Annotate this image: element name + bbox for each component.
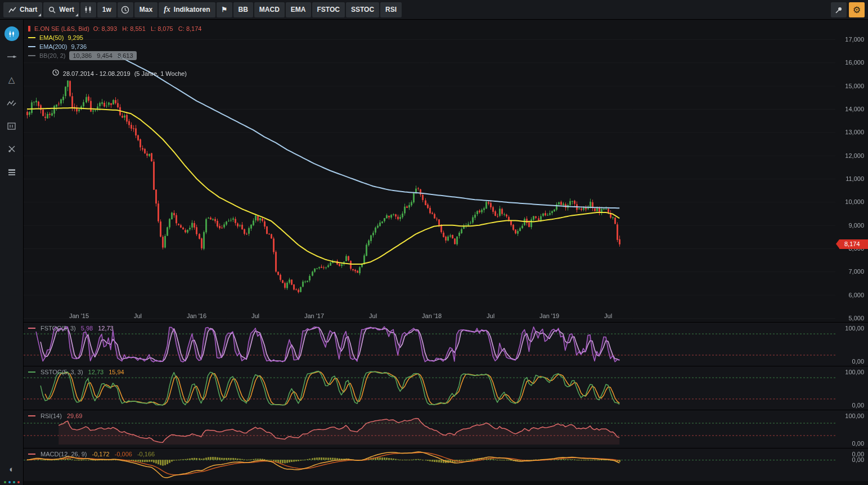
fstoc-legend[interactable]: FSTOC(5, 3)5,9812,73 [28, 325, 114, 332]
bollinger-label: BB(20, 2) [39, 51, 65, 60]
chart-area: E.ON SE (L&S, Bid) O: 8,393 H: 8,551 L: … [24, 20, 868, 485]
indicators-label: Indikatoren [174, 6, 210, 13]
main-area: △ ◐ [0, 20, 868, 485]
status-dot [13, 481, 15, 483]
instrument-search-label: Wert [59, 6, 74, 13]
theme-contrast-button[interactable]: ◐ [5, 461, 19, 476]
trendline-tool-button[interactable] [5, 49, 19, 64]
candlestick-type-icon [84, 6, 92, 13]
clock-icon [121, 6, 129, 14]
chart-menu-button[interactable]: Chart [3, 2, 42, 17]
quick-indicator-rsi-button[interactable]: RSI [380, 2, 402, 17]
pin-window-button[interactable] [831, 2, 847, 17]
ema200-legend-row[interactable]: EMA(200) 9,736 [28, 42, 201, 51]
shapes-tool-button[interactable]: △ [5, 72, 19, 87]
flag-icon: ⚑ [221, 6, 227, 13]
rsi-legend[interactable]: RSI(14)29,69 [28, 413, 82, 419]
fstoc-swatch-icon [28, 328, 35, 329]
macd-legend[interactable]: MACD(12, 26, 9)-0,172-0,006-0,166 [28, 451, 155, 457]
quick-indicator-fstoc-button[interactable]: FSTOC [312, 2, 345, 17]
date-range-text: 28.07.2014 - 12.08.2019 [63, 69, 131, 78]
macd-value: -0,166 [137, 451, 155, 457]
interval-label: 1w [102, 6, 111, 13]
quick-fstoc-label: FSTOC [317, 6, 340, 13]
clock-icon [28, 60, 59, 87]
last-price-value: 8,174 [844, 241, 860, 247]
quick-sstoc-label: SSTOC [351, 6, 374, 13]
fstoc-label: FSTOC(5, 3) [41, 325, 76, 332]
last-price-tag: 8,174 [839, 239, 868, 249]
date-range-note: (5 Jahre, 1 Woche) [134, 69, 187, 78]
rsi-panel-canvas[interactable] [24, 410, 868, 448]
fstoc-value: 5,98 [81, 325, 93, 332]
bollinger-values: 10,386 9,454 8,613 [69, 51, 136, 60]
chart-menu-label: Chart [20, 6, 37, 13]
fx-icon: fx [164, 5, 170, 14]
sstoc-panel-canvas[interactable] [24, 366, 868, 410]
range-max-label: Max [140, 6, 152, 13]
ema200-label: EMA(200) [39, 42, 68, 51]
search-icon [48, 6, 56, 13]
ema200-swatch-icon [28, 46, 35, 47]
watchlist-button[interactable] [5, 165, 19, 179]
drawing-sidebar: △ ◐ [0, 20, 24, 485]
fstoc-panel-canvas[interactable] [24, 323, 868, 366]
time-range-clock-button[interactable] [118, 2, 133, 17]
fstoc-panel: FSTOC(5, 3)5,9812,73 [24, 322, 868, 366]
main-chart-panel: E.ON SE (L&S, Bid) O: 8,393 H: 8,551 L: … [24, 20, 868, 322]
candlestick-swatch-icon [28, 26, 30, 31]
macd-value: -0,006 [115, 451, 132, 457]
rsi-swatch-icon [28, 415, 35, 416]
indicators-button[interactable]: fx Indikatoren [159, 2, 215, 17]
toolbar-right-group: ⚙ [831, 2, 865, 17]
ema50-label: EMA(50) [39, 33, 64, 42]
quick-indicator-ema-button[interactable]: EMA [286, 2, 311, 17]
quick-indicator-macd-button[interactable]: MACD [254, 2, 285, 17]
rsi-value: 29,69 [67, 413, 83, 419]
macd-value: -0,172 [92, 451, 110, 457]
quick-bb-label: BB [239, 6, 248, 13]
triangle-icon: △ [8, 75, 15, 85]
rsi-label: RSI(14) [41, 413, 62, 419]
chart-type-button[interactable] [80, 2, 96, 17]
pin-icon [835, 6, 843, 14]
ohlc-values: O: 8,393 H: 8,551 L: 8,075 C: 8,174 [93, 24, 202, 33]
quick-macd-label: MACD [259, 6, 280, 13]
sstoc-value: 12,73 [88, 369, 104, 375]
top-toolbar: Chart Wert 1w Max fx Indikatoren [0, 0, 868, 20]
chart-mode-button[interactable] [5, 26, 19, 41]
macd-panel: MACD(12, 26, 9)-0,172-0,006-0,166 [24, 448, 868, 481]
chart-legend: E.ON SE (L&S, Bid) O: 8,393 H: 8,551 L: … [28, 24, 201, 87]
status-dot [8, 481, 11, 483]
macd-swatch-icon [28, 454, 35, 455]
line-chart-icon [8, 6, 16, 13]
sstoc-label: SSTOC(5, 3, 3) [41, 369, 83, 375]
range-max-button[interactable]: Max [134, 2, 158, 17]
date-range-row[interactable]: 28.07.2014 - 12.08.2019 (5 Jahre, 1 Woch… [28, 60, 201, 87]
indicator-tool-button[interactable] [5, 96, 19, 110]
macd-label: MACD(12, 26, 9) [41, 451, 87, 457]
rsi-panel: RSI(14)29,69 [24, 410, 868, 448]
ema50-swatch-icon [28, 37, 35, 38]
bollinger-legend-row[interactable]: BB(20, 2) 10,386 9,454 8,613 [28, 51, 201, 60]
bookmark-flag-button[interactable]: ⚑ [217, 2, 232, 17]
cursor-tools-button[interactable] [5, 142, 19, 156]
interval-button[interactable]: 1w [97, 2, 116, 17]
gear-icon: ⚙ [853, 4, 861, 15]
ema50-legend-row[interactable]: EMA(50) 9,295 [28, 33, 201, 42]
ema200-value: 9,736 [71, 42, 87, 51]
settings-gear-button[interactable]: ⚙ [849, 2, 865, 17]
bottom-filler [24, 481, 868, 485]
sstoc-panel: SSTOC(5, 3, 3)12,7315,94 [24, 366, 868, 410]
sstoc-swatch-icon [28, 371, 35, 373]
charting-app-window: Chart Wert 1w Max fx Indikatoren [0, 0, 868, 485]
sstoc-legend[interactable]: SSTOC(5, 3, 3)12,7315,94 [28, 369, 124, 375]
quick-indicator-bb-button[interactable]: BB [233, 2, 253, 17]
instrument-legend-row[interactable]: E.ON SE (L&S, Bid) O: 8,393 H: 8,551 L: … [28, 24, 201, 33]
contrast-icon: ◐ [9, 464, 14, 474]
instrument-search-button[interactable]: Wert [43, 2, 79, 17]
bollinger-swatch-icon [28, 55, 35, 56]
instrument-name: E.ON SE (L&S, Bid) [34, 24, 89, 33]
template-panel-button[interactable] [5, 119, 19, 133]
quick-indicator-sstoc-button[interactable]: SSTOC [346, 2, 379, 17]
